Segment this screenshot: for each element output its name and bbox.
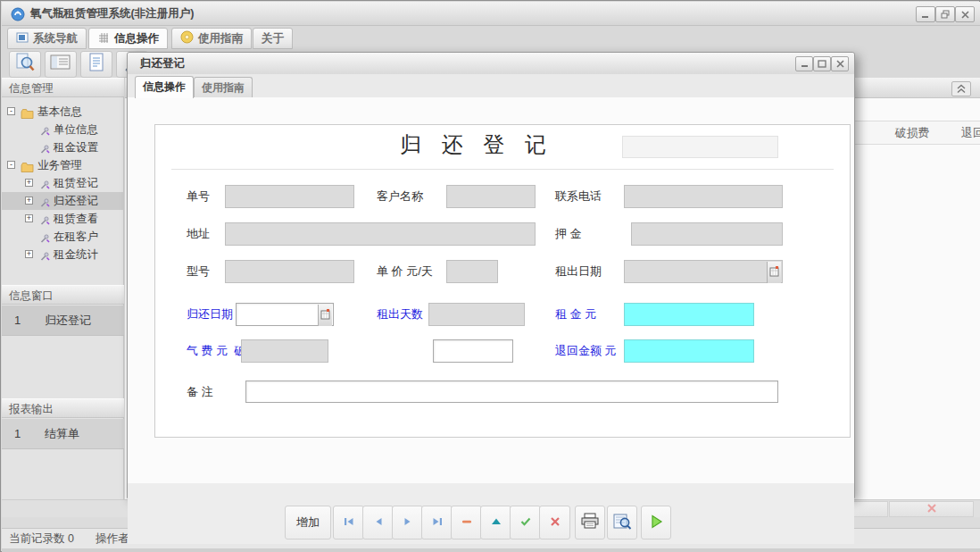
window-bottom-edge [2,548,980,552]
grid-column-return[interactable]: 退回 [943,121,980,145]
dialog-maximize-button[interactable] [813,56,831,71]
expand-expander-icon[interactable]: + [25,214,33,222]
tab-user-guide[interactable]: 使用指南 [194,77,253,98]
cancel-record-button[interactable] [539,506,570,539]
tree-item-renting-customers[interactable]: 在租客户 [2,228,124,246]
tree-item-return-register[interactable]: + 归还登记 [2,192,124,210]
delete-record-button[interactable] [451,506,482,539]
tree-item-unit-info[interactable]: 单位信息 [2,121,124,138]
next-record-button[interactable] [392,506,423,539]
search-button[interactable] [9,51,41,78]
tab-info-operate[interactable]: 信息操作 [135,76,194,98]
grid-column-damage-fee[interactable]: 破损费 [882,121,943,145]
sidebar: 信息管理 - 基本信息 单位信息 租金设置 - 业务管理 + 租赁登记 + [2,78,124,499]
tree-item-basic-info[interactable]: - 基本信息 [2,103,124,121]
rent-days-field[interactable] [428,303,525,326]
restore-button[interactable] [935,6,955,22]
execute-icon [649,514,663,531]
model-field[interactable] [225,260,354,283]
tree-item-rental-view[interactable]: + 租赁查看 [2,210,124,228]
expand-expander-icon[interactable]: + [25,179,33,187]
collapse-panel-button[interactable] [951,81,971,96]
gas-fee-field[interactable] [241,339,328,363]
cancel-record-icon [926,501,938,517]
damage-fee-field[interactable] [433,339,513,363]
heading-divider [171,169,834,170]
remark-label: 备 注 [187,381,213,404]
collapse-expander-icon[interactable]: - [7,161,15,169]
collapse-expander-icon[interactable]: - [7,107,15,115]
contact-phone-label: 联系电话 [555,185,602,208]
sidebar-section-reports[interactable]: 报表输出 [2,398,124,418]
return-date-field[interactable] [236,303,334,326]
edit-record-icon [490,516,502,530]
print-button[interactable] [575,506,605,539]
model-label: 型号 [187,260,210,283]
menu-info-operate[interactable]: 信息操作 [88,28,168,49]
minimize-button[interactable] [916,6,935,22]
rent-out-date-label: 租出日期 [555,260,602,283]
rent-out-date-field[interactable] [624,260,783,283]
previous-record-button[interactable] [362,506,394,539]
unit-price-field[interactable] [446,260,498,283]
order-no-field[interactable] [225,185,354,208]
first-record-button[interactable] [333,506,364,539]
grid-icon [97,31,110,46]
menu-system-nav[interactable]: 系统导航 [7,28,87,49]
last-record-button[interactable] [421,506,453,539]
add-button[interactable]: 增加 [285,506,331,539]
dialog-close-button[interactable] [831,56,849,71]
refund-amount-field[interactable] [624,339,754,363]
address-label: 地址 [187,222,210,246]
dialog-title: 归还登记 [140,53,185,74]
unit-price-label: 单 价 元/天 [377,260,433,283]
tree-item-business-mgmt[interactable]: - 业务管理 [2,156,124,174]
report-list-item-settlement[interactable]: 1 结算单 [2,419,124,449]
rent-out-date-picker-button[interactable] [767,262,781,283]
form-heading: 归 还 登 记 [361,130,593,159]
document-button[interactable] [80,51,112,78]
remark-field[interactable] [245,381,778,403]
dialog-titlebar: 归还登记 [128,53,854,75]
dialog-minimize-button[interactable] [795,56,813,71]
deposit-label: 押 金 [555,222,582,246]
customer-name-label: 客户名称 [377,185,423,208]
guide-icon [180,30,194,46]
expand-expander-icon[interactable]: + [25,197,33,205]
menu-about[interactable]: 关于 [253,28,293,49]
window-list-item-return-register[interactable]: 1 归还登记 [2,305,124,336]
rent-fee-field[interactable] [624,303,754,326]
post-record-icon [519,516,532,530]
next-record-icon [402,516,414,530]
last-record-icon [431,516,444,530]
close-button[interactable] [955,6,975,22]
sidebar-section-windows[interactable]: 信息窗口 [2,285,124,305]
calendar-icon [320,308,330,322]
edit-record-button[interactable] [480,506,511,539]
nav-cancel-button[interactable] [889,501,974,517]
sidebar-section-info[interactable]: 信息管理 [2,78,124,97]
return-register-dialog: 归还登记 信息操作 使用指南 归 还 登 记 单号 客户名称 联系电话 地址 押… [127,52,855,498]
print-preview-button[interactable] [607,506,637,539]
return-date-picker-button[interactable] [318,305,332,326]
rent-fee-label: 租 金 元 [555,303,596,326]
deposit-field[interactable] [631,222,783,246]
document-icon [87,52,106,77]
tree-item-rent-settings[interactable]: 租金设置 [2,138,124,156]
report-button[interactable] [45,51,77,78]
menu-user-guide[interactable]: 使用指南 [171,28,252,49]
titlebar: 氧气瓶租赁管理系统(非注册用户) [2,2,980,26]
contact-phone-field[interactable] [624,185,783,208]
window-title: 氧气瓶租赁管理系统(非注册用户) [30,2,194,26]
execute-button[interactable] [641,506,671,539]
dialog-content: 归 还 登 记 单号 客户名称 联系电话 地址 押 金 型号 单 价 元/天 租… [128,97,854,499]
hidden-top-field[interactable] [622,136,778,158]
customer-name-field[interactable] [446,185,536,208]
tree-item-rent-statistics[interactable]: + 租金统计 [2,246,124,263]
expand-expander-icon[interactable]: + [25,250,33,258]
post-record-button[interactable] [510,506,541,539]
order-no-label: 单号 [187,185,210,208]
address-field[interactable] [225,222,536,246]
tree-item-rental-register[interactable]: + 租赁登记 [2,174,124,192]
first-record-icon [343,516,355,530]
